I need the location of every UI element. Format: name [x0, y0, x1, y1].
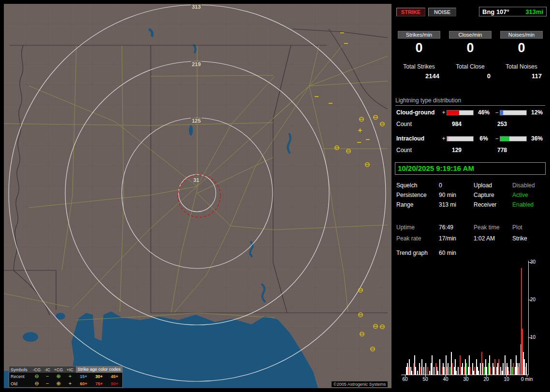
map-legend: Symbols -CG -IC +CG +IC Strike age color…: [9, 366, 123, 388]
copyright-text: ©2005 Astrogenic Systems: [332, 381, 388, 387]
cloud-ground-row: Cloud-ground + 46% − 12%: [396, 109, 547, 116]
x-tick-20: 20: [480, 377, 492, 382]
strikes-per-min-column: Strikes/min 0 Total Strikes 2144: [394, 31, 444, 89]
cg-minus-count: 253: [488, 121, 517, 127]
peak-rate-row: Peak rate 17/min 1:02 AM Strike: [394, 235, 547, 244]
bearing-value: Bng 107°: [482, 8, 509, 15]
cg-plus-fill: [447, 111, 459, 115]
legend-col-neg-cg: -CG: [31, 367, 42, 372]
legend-col-neg-ic: -IC: [42, 367, 53, 372]
plot-label: Plot: [512, 224, 522, 231]
ic-plus-bar: [447, 136, 474, 141]
age-45: 45+: [107, 374, 122, 379]
distribution-title: Lightning type distribution: [395, 97, 545, 106]
bearing-range-box: Bng 107° 313mi: [479, 7, 547, 16]
settings-row-range: Range 313 mi Receiver Enabled: [394, 201, 547, 210]
ic-minus-bar: [500, 136, 527, 141]
trend-graph: 30 20 10 60 50 40 30 20 10 0 min: [401, 261, 529, 375]
noises-per-min-value: 0: [496, 41, 547, 56]
close-per-min-label: Close/min: [449, 31, 492, 39]
total-noises-label: Total Noises: [496, 63, 547, 70]
cg-minus-fill: [500, 111, 503, 115]
cloud-ground-label: Cloud-ground: [396, 109, 441, 116]
neg-cg-symbol-icon: ⊖: [31, 381, 42, 386]
capture-status: Active: [512, 192, 528, 198]
age-15: 15+: [76, 374, 91, 379]
cg-minus-percent: 12%: [527, 109, 547, 116]
minus-sign: −: [494, 109, 500, 116]
count-label: Count: [396, 121, 412, 127]
legend-old-label: Old: [9, 381, 31, 386]
close-per-min-value: 0: [445, 41, 495, 56]
range-label: Range: [396, 201, 413, 208]
app-window: 313 219 125 31 Symbols -CG -IC +CG +IC S…: [0, 0, 550, 392]
cg-count-row: Count 984 253: [394, 121, 547, 127]
legend-row-recent: Recent ⊖ − ⊕ + 15+ 30+ 45+: [9, 373, 122, 380]
legend-age-header: Strike age color codes: [76, 366, 122, 373]
ic-minus-count: 778: [488, 147, 517, 154]
neg-cg-symbol-icon: ⊖: [31, 374, 42, 379]
total-strikes-label: Total Strikes: [394, 63, 444, 70]
noise-button[interactable]: NOISE: [428, 8, 456, 16]
cg-plus-bar: [447, 110, 474, 115]
total-close-label: Total Close: [445, 63, 495, 70]
neg-ic-symbol-icon: −: [42, 374, 53, 379]
squelch-value: 0: [439, 182, 442, 189]
peak-time-label: Peak time: [474, 224, 499, 231]
strike-button[interactable]: STRIKE: [396, 8, 425, 16]
x-tick-0: 0 min: [521, 377, 540, 382]
range-ring-label-31: 31: [192, 177, 200, 183]
y-tick-10: 10: [530, 335, 541, 340]
x-tick-60: 60: [399, 377, 411, 382]
total-close-value: 0: [445, 72, 495, 80]
upload-status: Disabled: [512, 182, 535, 189]
persistence-value: 90 min: [439, 192, 456, 198]
settings-row-squelch: Squelch 0 Upload Disabled: [394, 182, 547, 191]
plot-value: Strike: [512, 235, 527, 242]
y-tick-20: 20: [530, 297, 541, 302]
ic-plus-percent: 6%: [474, 135, 494, 142]
x-tick-50: 50: [420, 377, 431, 382]
noises-per-min-label: Noises/min: [500, 31, 543, 39]
uptime-label: Uptime: [396, 224, 415, 231]
x-tick-40: 40: [440, 377, 451, 382]
pos-cg-symbol-icon: ⊕: [53, 374, 64, 379]
lightning-map[interactable]: 313 219 125 31 Symbols -CG -IC +CG +IC S…: [4, 4, 391, 388]
legend-row-old: Old ⊖ − ⊕ + 60+ 75+ 90+: [9, 380, 122, 387]
range-setting-value: 313 mi: [439, 201, 456, 208]
age-90: 90+: [107, 381, 122, 386]
legend-recent-label: Recent: [9, 374, 31, 379]
x-tick-10: 10: [501, 377, 512, 382]
legend-col-pos-ic: +IC: [64, 367, 76, 372]
pos-ic-symbol-icon: +: [64, 374, 76, 379]
intracloud-row: Intracloud + 6% − 36%: [396, 135, 547, 142]
peak-rate-label: Peak rate: [396, 235, 421, 242]
close-per-min-column: Close/min 0 Total Close 0: [445, 31, 495, 89]
peak-time-value: 1:02 AM: [474, 235, 495, 242]
upload-label: Upload: [474, 182, 492, 189]
receiver-status: Enabled: [512, 201, 534, 208]
settings-row-persistence: Persistence 90 min Capture Active: [394, 192, 547, 200]
legend-header-row: Symbols -CG -IC +CG +IC Strike age color…: [9, 366, 122, 373]
strikes-per-min-value: 0: [394, 41, 444, 56]
range-ring-label-125: 125: [191, 118, 202, 124]
range-value: 313mi: [525, 8, 543, 15]
ic-plus-count: 129: [442, 147, 471, 154]
age-30: 30+: [91, 374, 107, 379]
age-75: 75+: [91, 381, 107, 386]
pos-ic-symbol-icon: +: [64, 381, 76, 386]
cg-minus-bar: [500, 110, 527, 115]
receiver-label: Receiver: [474, 201, 496, 208]
ic-count-row: Count 129 778: [394, 147, 547, 154]
range-ring-label-219: 219: [191, 61, 202, 67]
squelch-label: Squelch: [396, 182, 417, 189]
ic-minus-fill: [500, 137, 509, 141]
status-panel: STRIKE NOISE Bng 107° 313mi Strikes/min …: [394, 4, 547, 388]
y-tick-30: 30: [530, 259, 541, 265]
uptime-row: Uptime 76:49 Peak time Plot: [394, 224, 547, 233]
trend-graph-label: Trend graph: [396, 250, 428, 256]
pos-cg-symbol-icon: ⊕: [53, 381, 64, 386]
total-strikes-value: 2144: [394, 72, 444, 80]
ic-plus-fill: [447, 137, 449, 141]
age-60: 60+: [76, 381, 91, 386]
